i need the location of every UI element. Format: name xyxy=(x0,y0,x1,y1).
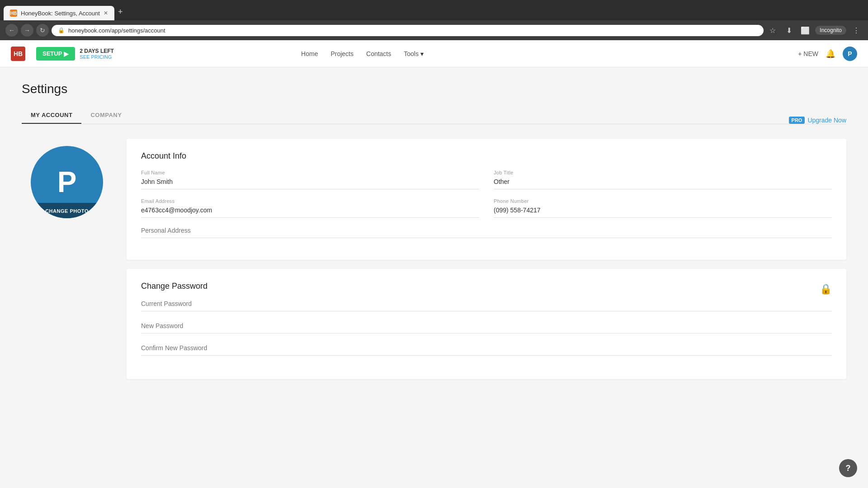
notifications-bell-icon[interactable]: 🔔 xyxy=(826,49,835,59)
header-nav: Home Projects Contacts Tools ▾ xyxy=(301,48,424,59)
email-label: Email Address xyxy=(141,198,479,204)
cards-column: Account Info Full Name Job Title xyxy=(127,139,846,388)
page-title: Settings xyxy=(22,82,846,96)
email-phone-row: Email Address Phone Number xyxy=(141,198,832,218)
change-password-card: Change Password 🔒 xyxy=(127,269,846,379)
setup-arrow-icon: ▶ xyxy=(64,50,69,57)
bookmark-button[interactable]: ☆ xyxy=(766,24,779,37)
change-password-title: Change Password xyxy=(141,282,208,291)
new-password-input[interactable] xyxy=(141,322,832,333)
nav-tools-label[interactable]: Tools xyxy=(404,48,419,59)
address-bar[interactable]: 🔒 honeybook.com/app/settings/account xyxy=(52,25,764,36)
new-button-label: + NEW xyxy=(798,50,818,57)
pro-badge: PRO Upgrade Now xyxy=(789,117,846,124)
browser-extras: ☆ ⬇ ⬜ Incognito ⋮ xyxy=(766,24,863,37)
account-info-title: Account Info xyxy=(141,151,832,161)
email-input[interactable] xyxy=(141,206,479,218)
phone-label: Phone Number xyxy=(494,198,832,204)
nav-home[interactable]: Home xyxy=(301,48,318,59)
refresh-button[interactable]: ↻ xyxy=(36,24,49,37)
url-text: honeybook.com/app/settings/account xyxy=(68,27,165,34)
setup-button[interactable]: SETUP ▶ xyxy=(36,47,75,61)
user-avatar-large[interactable]: P CHANGE PHOTO xyxy=(31,146,103,218)
lock-icon: 🔒 xyxy=(820,283,832,295)
card-header: Change Password 🔒 xyxy=(141,282,832,300)
full-name-label: Full Name xyxy=(141,170,479,175)
tab-my-account[interactable]: MY ACCOUNT xyxy=(22,107,81,124)
tab-favicon: HB xyxy=(10,9,17,17)
tab-company[interactable]: COMPANY xyxy=(81,107,131,124)
lock-icon: 🔒 xyxy=(58,27,65,33)
see-pricing-link[interactable]: SEE PRICING xyxy=(80,54,114,60)
address-field xyxy=(141,227,832,238)
browser-tabs: HB HoneyBook: Settings, Account ✕ + xyxy=(0,0,868,20)
tab-close-button[interactable]: ✕ xyxy=(104,10,108,16)
back-button[interactable]: ← xyxy=(5,24,18,37)
job-title-label: Job Title xyxy=(494,170,832,175)
confirm-password-field xyxy=(141,344,832,356)
days-left-text: 2 DAYS LEFT xyxy=(80,48,114,54)
tools-dropdown-icon: ▾ xyxy=(420,50,424,57)
job-title-input[interactable] xyxy=(494,178,832,189)
setup-label: SETUP xyxy=(42,50,62,57)
pro-label: PRO xyxy=(789,117,805,124)
settings-tabs: MY ACCOUNT COMPANY xyxy=(22,107,131,124)
forward-button[interactable]: → xyxy=(21,24,33,37)
confirm-password-input[interactable] xyxy=(141,344,832,356)
new-button[interactable]: + NEW xyxy=(798,50,818,57)
job-title-field: Job Title xyxy=(494,170,832,189)
tab-title: HoneyBook: Settings, Account xyxy=(21,10,100,17)
content-layout: P CHANGE PHOTO Account Info Full Name xyxy=(22,139,846,388)
email-field: Email Address xyxy=(141,198,479,218)
extensions-button[interactable]: ⬜ xyxy=(799,24,811,37)
app: HB SETUP ▶ 2 DAYS LEFT SEE PRICING Home … xyxy=(0,40,868,488)
menu-button[interactable]: ⋮ xyxy=(850,24,863,37)
tab-divider xyxy=(22,124,846,124)
avatar-section: P CHANGE PHOTO xyxy=(22,146,112,388)
header-actions: + NEW 🔔 P xyxy=(798,47,857,61)
new-tab-button[interactable]: + xyxy=(114,4,127,20)
active-tab[interactable]: HB HoneyBook: Settings, Account ✕ xyxy=(4,6,114,20)
avatar-letter: P xyxy=(57,165,77,199)
browser-controls: ← → ↻ 🔒 honeybook.com/app/settings/accou… xyxy=(0,20,868,40)
incognito-badge: Incognito xyxy=(815,26,846,35)
download-button[interactable]: ⬇ xyxy=(783,24,795,37)
full-name-input[interactable] xyxy=(141,178,479,189)
address-input[interactable] xyxy=(141,227,832,238)
logo-icon[interactable]: HB xyxy=(11,47,25,61)
header: HB SETUP ▶ 2 DAYS LEFT SEE PRICING Home … xyxy=(0,40,868,67)
upgrade-link[interactable]: Upgrade Now xyxy=(807,117,846,124)
new-password-field xyxy=(141,322,832,333)
phone-field: Phone Number xyxy=(494,198,832,218)
name-jobtitle-row: Full Name Job Title xyxy=(141,170,832,189)
browser-chrome: HB HoneyBook: Settings, Account ✕ + ← → … xyxy=(0,0,868,40)
nav-tools[interactable]: Tools ▾ xyxy=(404,48,424,59)
account-info-card: Account Info Full Name Job Title xyxy=(127,139,846,260)
current-password-input[interactable] xyxy=(141,300,832,311)
phone-input[interactable] xyxy=(494,206,832,218)
address-row xyxy=(141,227,832,238)
full-name-field: Full Name xyxy=(141,170,479,189)
nav-projects[interactable]: Projects xyxy=(330,48,354,59)
change-photo-overlay[interactable]: CHANGE PHOTO xyxy=(31,203,103,218)
days-left-info: 2 DAYS LEFT SEE PRICING xyxy=(80,48,114,60)
help-button[interactable]: ? xyxy=(839,459,857,477)
nav-contacts[interactable]: Contacts xyxy=(366,48,391,59)
main-content: Settings MY ACCOUNT COMPANY PRO Upgrade … xyxy=(0,67,868,488)
current-password-field xyxy=(141,300,832,311)
user-avatar[interactable]: P xyxy=(843,47,857,61)
header-logo: HB xyxy=(11,47,25,61)
